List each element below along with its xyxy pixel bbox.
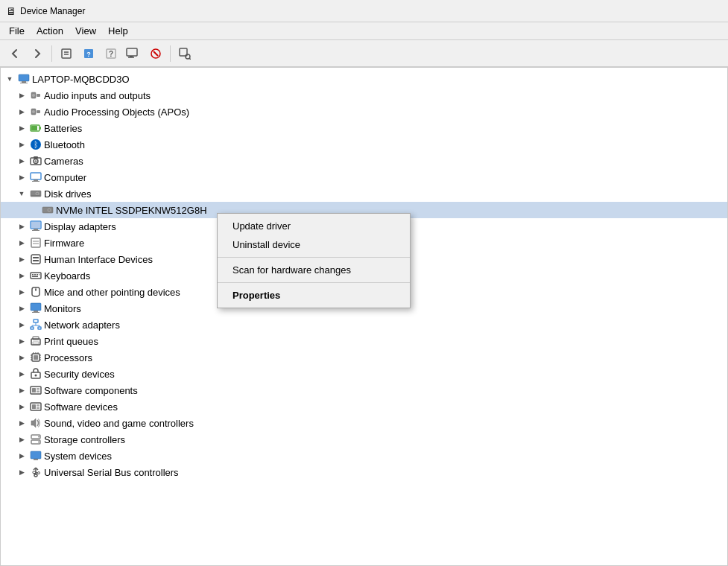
- tree-item-security[interactable]: Security devices: [1, 366, 727, 382]
- sound-expander[interactable]: [16, 417, 28, 429]
- batteries-expander[interactable]: [16, 122, 28, 134]
- system-expander[interactable]: [16, 450, 28, 462]
- disk-expander[interactable]: [16, 188, 28, 200]
- firmware-expander[interactable]: [16, 237, 28, 249]
- hid-expander[interactable]: [16, 253, 28, 265]
- svg-rect-64: [38, 327, 41, 329]
- display-expander[interactable]: [16, 220, 28, 232]
- svg-rect-26: [31, 126, 37, 130]
- usb-expander[interactable]: [16, 466, 28, 478]
- softwaredev-expander[interactable]: [16, 401, 28, 413]
- firmware-label: Firmware: [44, 238, 84, 249]
- context-menu-uninstall[interactable]: Uninstall device: [218, 235, 410, 254]
- tree-item-audio[interactable]: Audio inputs and outputs: [1, 87, 727, 104]
- forward-button[interactable]: [27, 43, 48, 64]
- tree-item-softwarecomp[interactable]: Software components: [1, 382, 727, 398]
- apo-expander[interactable]: [16, 106, 28, 118]
- tree-item-disk[interactable]: Disk drives: [1, 185, 727, 202]
- properties-icon: [60, 48, 72, 60]
- tree-item-print[interactable]: Print queues: [1, 333, 727, 349]
- svg-rect-32: [34, 156, 38, 159]
- svg-rect-33: [31, 173, 41, 179]
- processors-expander[interactable]: [16, 352, 28, 363]
- title-bar: 🖥 Device Manager: [0, 0, 728, 22]
- tree-item-cameras[interactable]: Cameras: [1, 153, 727, 169]
- help-icon: ?: [105, 48, 117, 60]
- menu-file[interactable]: File: [3, 24, 31, 38]
- help-button[interactable]: ?: [101, 43, 121, 64]
- back-icon: [9, 48, 21, 60]
- keyboards-label: Keyboards: [44, 270, 90, 282]
- mice-expander[interactable]: [16, 286, 28, 298]
- print-expander[interactable]: [16, 335, 28, 347]
- root-expander[interactable]: [4, 73, 16, 85]
- security-label: Security devices: [44, 369, 115, 380]
- keyboards-expander[interactable]: [16, 270, 28, 282]
- svg-rect-49: [33, 257, 39, 258]
- context-menu-properties[interactable]: Properties: [218, 286, 410, 305]
- system-icon: [30, 450, 42, 462]
- svg-rect-63: [31, 327, 34, 329]
- storage-icon: [30, 433, 42, 445]
- svg-rect-92: [37, 407, 39, 410]
- context-menu-update-driver[interactable]: Update driver: [218, 217, 410, 235]
- apo-icon: [30, 106, 42, 118]
- tree-item-sound[interactable]: Sound, video and game controllers: [1, 415, 727, 431]
- tree-item-computer[interactable]: Computer: [1, 169, 727, 185]
- device-tree[interactable]: LAPTOP-MQBCDD3O Audio inputs and outputs: [1, 68, 727, 565]
- svg-point-84: [35, 375, 37, 377]
- storage-expander[interactable]: [16, 433, 28, 445]
- security-expander[interactable]: [16, 368, 28, 380]
- usb-label: Universal Serial Bus controllers: [44, 467, 179, 478]
- print-icon: [30, 335, 42, 347]
- system-label: System devices: [44, 451, 112, 462]
- tree-item-storage[interactable]: Storage controllers: [1, 431, 727, 448]
- menu-action[interactable]: Action: [31, 24, 69, 38]
- app-icon: 🖥: [6, 5, 16, 17]
- svg-rect-45: [31, 238, 40, 247]
- menu-help[interactable]: Help: [102, 24, 134, 38]
- network-expander[interactable]: [16, 319, 28, 331]
- tree-item-network[interactable]: Network adapters: [1, 317, 727, 333]
- tree-item-usb[interactable]: Universal Serial Bus controllers: [1, 464, 727, 480]
- context-menu: Update driver Uninstall device Scan for …: [217, 213, 411, 308]
- computer-icon: [18, 73, 30, 85]
- softwarecomp-label: Software components: [44, 385, 138, 396]
- cameras-label: Cameras: [44, 156, 83, 167]
- batteries-label: Batteries: [44, 123, 82, 134]
- svg-point-19: [32, 94, 35, 97]
- svg-rect-25: [39, 127, 41, 130]
- window-title: Device Manager: [20, 6, 85, 16]
- monitor-button[interactable]: [123, 43, 144, 64]
- context-menu-scan[interactable]: Scan for hardware changes: [218, 261, 410, 279]
- cameras-expander[interactable]: [16, 155, 28, 167]
- root-label: LAPTOP-MQBCDD3O: [32, 74, 130, 85]
- menu-bar: File Action View Help: [0, 22, 728, 40]
- firmware-icon: [30, 237, 42, 249]
- back-button[interactable]: [4, 43, 25, 64]
- computer-label: Computer: [44, 172, 86, 183]
- scan-button[interactable]: [174, 43, 195, 64]
- svg-rect-60: [34, 311, 38, 312]
- svg-rect-7: [127, 48, 137, 56]
- menu-view[interactable]: View: [69, 24, 102, 38]
- tree-item-system[interactable]: System devices: [1, 448, 727, 464]
- monitors-label: Monitors: [44, 303, 81, 314]
- tree-item-processors[interactable]: Processors: [1, 349, 727, 366]
- tree-root[interactable]: LAPTOP-MQBCDD3O: [1, 71, 727, 87]
- softwarecomp-expander[interactable]: [16, 384, 28, 396]
- tree-item-bluetooth[interactable]: ᛒ Bluetooth: [1, 136, 727, 153]
- update-driver-icon: ?: [83, 48, 95, 60]
- update-driver-button[interactable]: ?: [78, 43, 99, 64]
- bluetooth-expander[interactable]: [16, 139, 28, 150]
- properties-button[interactable]: [56, 43, 77, 64]
- monitors-expander[interactable]: [16, 302, 28, 314]
- processor-icon: [30, 352, 42, 363]
- tree-item-softwaredev[interactable]: Software devices: [1, 398, 727, 415]
- tree-item-apo[interactable]: Audio Processing Objects (APOs): [1, 104, 727, 120]
- audio-expander[interactable]: [16, 89, 28, 101]
- tree-item-batteries[interactable]: Batteries: [1, 120, 727, 136]
- computer-expander[interactable]: [16, 171, 28, 183]
- svg-rect-61: [32, 312, 39, 313]
- uninstall-button[interactable]: [145, 43, 166, 64]
